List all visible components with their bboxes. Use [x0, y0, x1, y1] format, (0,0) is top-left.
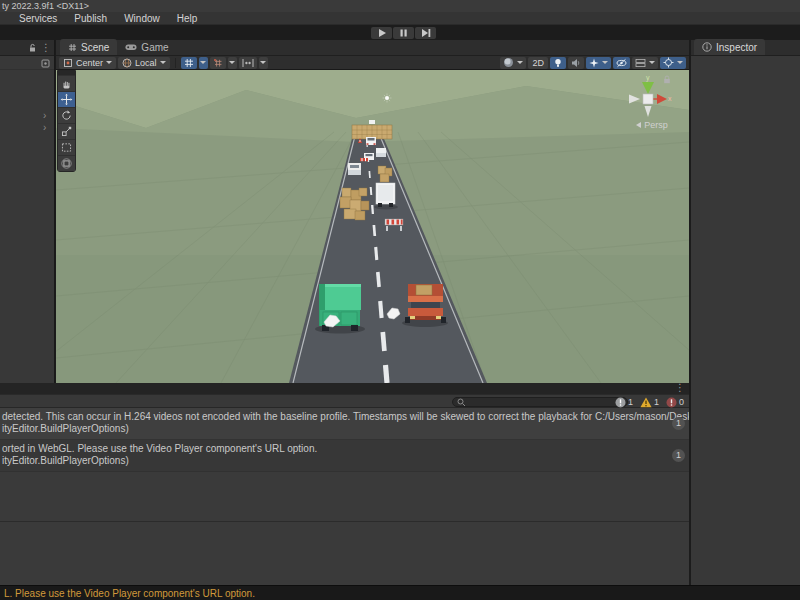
menu-services[interactable]: Services [19, 13, 57, 24]
projection-toggle[interactable]: Persp [621, 120, 683, 130]
search-icon [457, 398, 466, 407]
hand-icon [60, 78, 73, 90]
scene-panel: Scene Game Center Local [56, 40, 689, 383]
persp-cone-icon [636, 122, 641, 128]
axis-neg-x-cone[interactable] [629, 95, 640, 104]
box-stack-left[interactable] [340, 188, 369, 220]
view-hand-tool-button[interactable] [58, 76, 75, 91]
tab-scene[interactable]: Scene [60, 39, 117, 55]
chevron-down-icon [602, 61, 608, 64]
gizmos-toggle-button[interactable] [660, 57, 686, 69]
white-car-1[interactable] [366, 137, 376, 145]
chevron-down-icon [677, 61, 683, 64]
toolbar-separator [175, 58, 176, 68]
white-box-truck[interactable] [374, 183, 398, 210]
console-search-box[interactable] [452, 397, 628, 407]
scene-viewport[interactable]: y x Persp [56, 70, 689, 383]
console-counts: 1 1 0 [615, 396, 684, 408]
axis-x-cone[interactable] [653, 94, 667, 104]
effects-toggle-button[interactable] [586, 57, 611, 69]
toolstrip-grip[interactable] [58, 71, 75, 75]
console-menu-kebab-icon[interactable]: ⋮ [675, 383, 685, 393]
snap-increment-button[interactable] [210, 57, 226, 69]
grid-visibility-button[interactable] [181, 57, 197, 69]
move-icon [60, 93, 73, 106]
pivot-mode-button[interactable]: Center [59, 57, 116, 69]
gizmo-center-cube[interactable] [643, 94, 653, 104]
snap-grid-icon [213, 58, 223, 68]
grid-options-dropdown[interactable] [199, 57, 208, 69]
rect-tool-button[interactable] [58, 140, 75, 155]
pause-icon [397, 28, 410, 38]
chevron-down-icon [200, 61, 206, 64]
status-message[interactable]: L. Please use the Video Player component… [4, 586, 255, 600]
menu-help[interactable]: Help [177, 13, 198, 24]
inspector-tabbar: Inspector [691, 40, 800, 56]
2d-toggle-button[interactable]: 2D [528, 57, 548, 69]
axis-neg-y-cone[interactable] [645, 106, 652, 117]
scale-tool-button[interactable] [58, 124, 75, 139]
light-bulb-icon [553, 58, 563, 68]
lighting-toggle-button[interactable] [550, 57, 566, 69]
gizmo-lock-icon[interactable] [663, 75, 671, 84]
play-button[interactable] [371, 27, 392, 39]
info-count-toggle[interactable]: 1 [615, 397, 633, 408]
tab-game[interactable]: Game [117, 39, 176, 55]
picking-icon[interactable] [41, 59, 50, 68]
step-button[interactable] [415, 27, 436, 39]
pause-button[interactable] [393, 27, 414, 39]
console-entry-warning[interactable]: detected. This can occur in H.264 videos… [0, 408, 689, 440]
move-snap-dropdown[interactable] [259, 57, 268, 69]
hierarchy-tabbar: ⋮ [0, 40, 54, 56]
white-van-1[interactable] [376, 148, 386, 157]
unlock-icon[interactable] [28, 43, 37, 53]
hierarchy-menu-kebab-icon[interactable]: ⋮ [41, 43, 51, 53]
move-snap-button[interactable] [239, 57, 257, 69]
transform-tool-button[interactable] [58, 156, 75, 171]
sparkle-icon [589, 58, 599, 68]
play-controls [371, 27, 436, 39]
orientation-mode-button[interactable]: Local [118, 57, 170, 69]
globe-icon [122, 58, 132, 68]
menu-window[interactable]: Window [124, 13, 160, 24]
speaker-icon [571, 58, 581, 68]
chevron-down-icon [106, 61, 112, 64]
info-icon [702, 42, 712, 52]
play-icon [375, 28, 388, 38]
console-section-divider [0, 521, 689, 522]
hierarchy-expand-arrow[interactable]: › [43, 122, 46, 133]
console-entry-warning[interactable]: orted in WebGL. Please use the Video Pla… [0, 440, 689, 472]
component-view-button[interactable] [632, 57, 658, 69]
orientation-gizmo: y x Persp [621, 72, 683, 130]
tab-inspector[interactable]: Inspector [694, 39, 765, 55]
scene-canvas[interactable] [56, 70, 689, 383]
console-search-input[interactable] [469, 398, 623, 407]
menu-publish[interactable]: Publish [74, 13, 107, 24]
console-empty-area [0, 472, 689, 585]
snap-options-dropdown[interactable] [228, 57, 237, 69]
scale-icon [60, 125, 73, 138]
crosshair-icon [663, 57, 674, 68]
rotate-tool-button[interactable] [58, 108, 75, 123]
warning-count-toggle[interactable]: 1 [640, 397, 659, 408]
menu-bar: Services Publish Window Help [0, 12, 800, 25]
info-count-icon [615, 397, 626, 408]
mini-barrier-1[interactable] [360, 158, 368, 161]
error-count-toggle[interactable]: 0 [666, 397, 684, 408]
console-header-strip: ⋮ [0, 383, 689, 394]
shading-mode-button[interactable] [500, 57, 526, 69]
move-tool-button[interactable] [58, 92, 75, 107]
gamepad-icon [125, 43, 137, 51]
main-toolbar [0, 25, 800, 40]
white-van-2[interactable] [348, 163, 361, 175]
hierarchy-expand-arrow[interactable]: › [43, 110, 46, 121]
chevron-down-icon [160, 61, 166, 64]
scene-grid-icon [68, 43, 77, 52]
eye-slash-icon [616, 58, 627, 68]
warning-count-icon [640, 397, 652, 408]
audio-toggle-button[interactable] [568, 57, 584, 69]
axis-y-label: y [646, 74, 650, 82]
green-truck[interactable] [315, 284, 365, 334]
rotate-icon [60, 109, 73, 122]
hidden-objects-toggle-button[interactable] [613, 57, 630, 69]
